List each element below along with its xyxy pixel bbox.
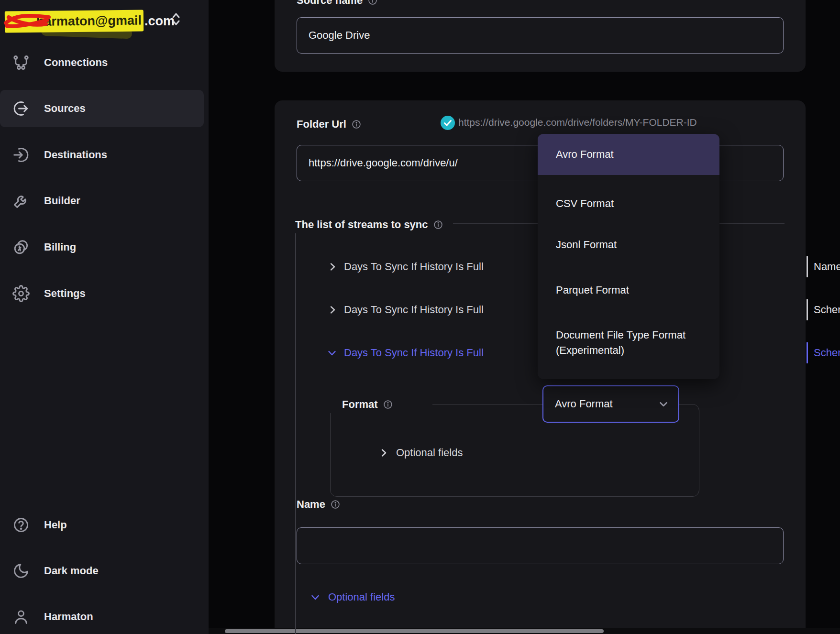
- account-sort-chevrons-icon[interactable]: [169, 11, 183, 28]
- field-divider: [807, 299, 808, 320]
- chevron-right-icon: [327, 261, 338, 273]
- dropdown-option-parquet[interactable]: Parquet Format: [538, 270, 719, 311]
- info-icon[interactable]: [433, 219, 443, 230]
- sidebar-item-label: Billing: [44, 241, 76, 253]
- sidebar-item-dark-mode[interactable]: Dark mode: [0, 552, 204, 590]
- sidebar-item-connections[interactable]: Connections: [0, 44, 204, 81]
- source-name-label: Source name: [297, 0, 363, 7]
- chevron-right-icon: [378, 447, 389, 459]
- stream-row[interactable]: Days To Sync If History Is Full: [327, 300, 484, 319]
- sidebar-item-sources[interactable]: Sources: [0, 90, 204, 127]
- stream-row-label: Days To Sync If History Is Full: [344, 261, 484, 273]
- optional-fields-label: Optional fields: [396, 447, 463, 459]
- format-select-value: Avro Format: [555, 398, 657, 410]
- question-circle-icon: [12, 516, 30, 534]
- format-optional-fields-toggle[interactable]: Optional fields: [378, 443, 463, 462]
- clipped-field-label: Schema: [814, 347, 840, 359]
- chevron-down-icon: [657, 398, 670, 410]
- redaction-scribble-icon: [3, 11, 53, 31]
- sidebar-item-label: Builder: [44, 195, 80, 207]
- sidebar-item-label: Help: [44, 519, 67, 531]
- sidebar-item-billing[interactable]: Billing: [0, 229, 204, 266]
- field-divider: [807, 256, 808, 277]
- clipped-field-schema-active: Schema: [807, 342, 840, 363]
- clipped-field-label: Name: [814, 261, 840, 273]
- source-name-label-row: Source name: [297, 0, 378, 7]
- format-label-row: Format: [328, 396, 432, 413]
- arrow-out-circle-icon: [12, 100, 30, 117]
- sidebar-item-settings[interactable]: Settings: [0, 275, 204, 312]
- field-divider: [807, 342, 808, 363]
- folder-url-example: https://drive.google.com/drive/folders/M…: [458, 117, 697, 128]
- sidebar-item-label: Settings: [44, 287, 86, 300]
- info-icon[interactable]: [383, 399, 393, 410]
- moon-icon: [12, 562, 30, 579]
- info-icon[interactable]: [367, 0, 378, 6]
- stream-row-label: Days To Sync If History Is Full: [344, 304, 484, 316]
- clipped-field-label: Schema: [814, 304, 840, 316]
- optional-fields-toggle-expanded[interactable]: Optional fields: [309, 588, 395, 607]
- source-name-input[interactable]: [297, 17, 784, 54]
- stream-row[interactable]: Days To Sync If History Is Full: [327, 257, 484, 276]
- dropdown-option-csv[interactable]: CSV Format: [538, 183, 719, 224]
- streams-heading-row: The list of streams to sync: [295, 216, 453, 233]
- sidebar-item-user[interactable]: Harmaton: [0, 598, 204, 634]
- folder-url-label-row: Folder Url: [297, 118, 362, 131]
- sidebar-item-label: Harmaton: [44, 611, 93, 623]
- chevron-right-icon: [327, 304, 338, 316]
- dropdown-option-jsonl[interactable]: Jsonl Format: [538, 224, 719, 265]
- streams-heading: The list of streams to sync: [295, 219, 428, 231]
- format-label: Format: [342, 398, 378, 411]
- user-icon: [12, 608, 30, 625]
- chevron-down-icon: [309, 591, 321, 603]
- sidebar-item-label: Sources: [44, 102, 86, 115]
- stream-row-expanded[interactable]: Days To Sync If History Is Full: [326, 343, 484, 362]
- sidebar-item-builder[interactable]: Builder: [0, 182, 204, 219]
- valid-check-icon: [440, 115, 455, 131]
- dropdown-option-document[interactable]: Document File Type Format (Experimental): [538, 312, 719, 374]
- arrow-in-circle-icon: [12, 146, 30, 164]
- sidebar-item-label: Connections: [44, 56, 108, 69]
- format-select[interactable]: Avro Format: [542, 385, 679, 423]
- gear-icon: [12, 285, 30, 302]
- sidebar-item-label: Destinations: [44, 149, 107, 161]
- app-screen: harmaton@gmail .com: [0, 0, 840, 634]
- clipped-field-name: Name: [807, 256, 840, 277]
- network-icon: [12, 54, 30, 71]
- sidebar: harmaton@gmail .com: [0, 0, 209, 634]
- stream-row-label: Days To Sync If History Is Full: [344, 347, 484, 359]
- folder-url-label: Folder Url: [297, 118, 346, 131]
- sidebar-item-destinations[interactable]: Destinations: [0, 136, 204, 174]
- account-switcher[interactable]: harmaton@gmail .com: [0, 3, 209, 32]
- wrench-icon: [12, 192, 30, 209]
- info-icon[interactable]: [351, 119, 362, 130]
- sidebar-item-help[interactable]: Help: [0, 506, 204, 544]
- optional-fields-label: Optional fields: [328, 591, 395, 603]
- format-dropdown-menu: Avro Format CSV Format Jsonl Format Parq…: [538, 134, 719, 379]
- sidebar-item-label: Dark mode: [44, 565, 99, 577]
- dropdown-option-avro[interactable]: Avro Format: [538, 134, 719, 175]
- chevron-down-icon: [326, 347, 338, 359]
- coins-icon: [12, 239, 30, 256]
- source-name-card: Source name: [275, 0, 806, 72]
- clipped-field-schema: Schema: [807, 299, 840, 320]
